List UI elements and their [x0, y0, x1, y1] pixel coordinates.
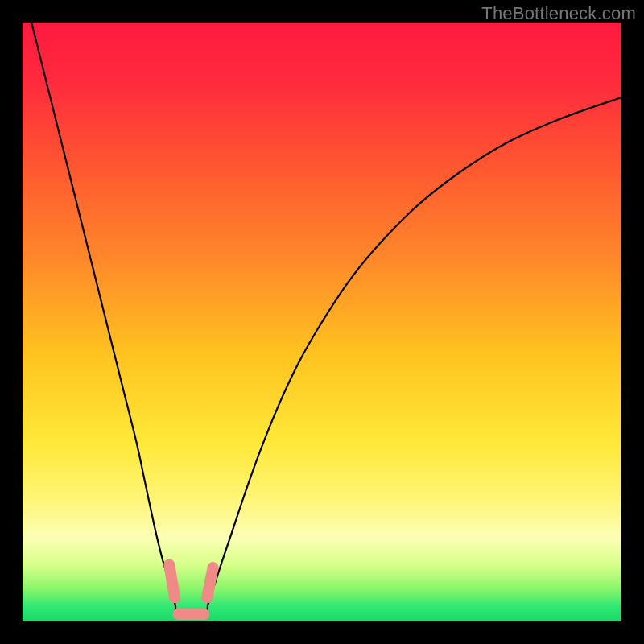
watermark-text: TheBottleneck.com: [481, 3, 636, 24]
outer-frame: TheBottleneck.com: [0, 0, 644, 644]
marker-right: [207, 568, 213, 597]
svg-line-1: [207, 568, 213, 597]
svg-line-0: [169, 564, 175, 597]
marker-left: [169, 564, 175, 597]
plot-area: [23, 23, 621, 621]
chart-svg: [23, 23, 621, 621]
